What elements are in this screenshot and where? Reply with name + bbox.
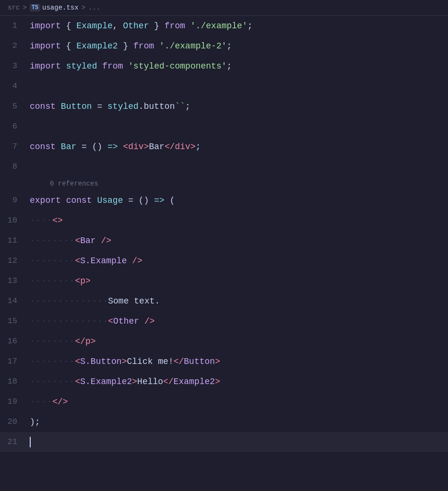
line-number: 7: [0, 137, 25, 157]
token: <: [75, 372, 80, 392]
indent-guide: ····: [52, 251, 75, 271]
line-number: 13: [0, 271, 25, 291]
token: <div>: [123, 137, 149, 157]
indent-guide: ····: [30, 311, 52, 331]
line-content: ········<S.Example2>Hello</Example2>: [25, 372, 448, 392]
token: }: [118, 36, 133, 56]
token: [154, 36, 159, 56]
code-line: 1import { Example, Other } from './examp…: [0, 16, 448, 36]
line-content: ········<Bar />: [25, 231, 448, 251]
token: >: [215, 351, 220, 372]
token: './example': [190, 16, 248, 36]
code-line: 9export const Usage = () => (: [0, 190, 448, 210]
token: </>: [52, 392, 68, 412]
line-number: 4: [0, 76, 25, 96]
token: >: [85, 271, 91, 291]
token: const: [30, 96, 56, 117]
token: Button: [61, 96, 92, 117]
token: }: [149, 16, 164, 36]
token: <: [75, 351, 80, 372]
indent-guide: ····: [30, 392, 52, 412]
token: Other: [113, 311, 139, 331]
indent-guide: ····: [52, 331, 75, 351]
line-number: 21: [0, 432, 25, 452]
line-content: const Button = styled.button``;: [25, 96, 448, 117]
line-number: 16: [0, 331, 25, 351]
token: ;: [227, 56, 232, 76]
token: </: [163, 372, 174, 392]
token: [56, 96, 61, 117]
breadcrumb-src: src: [8, 4, 20, 12]
token: [97, 56, 102, 76]
token: S.Example: [80, 251, 127, 271]
token: Click me!: [127, 351, 173, 372]
token: =: [92, 96, 107, 117]
line-content: [25, 157, 448, 177]
token: ;: [227, 36, 232, 56]
token: ;: [185, 96, 190, 117]
token: />: [127, 251, 142, 271]
line-content: [25, 76, 448, 96]
token: Bar: [149, 137, 164, 157]
line-number: 17: [0, 351, 25, 372]
token: export: [30, 190, 61, 210]
line-number: 3: [0, 56, 25, 76]
token: >: [132, 372, 137, 392]
token: Bar: [61, 137, 76, 157]
line-number: 12: [0, 251, 25, 271]
token: import: [30, 56, 61, 76]
line-content: export const Usage = () => (: [25, 190, 448, 210]
token: = (): [123, 190, 154, 210]
token: [118, 137, 123, 157]
token: './example-2': [159, 36, 226, 56]
indent-guide: ····: [52, 311, 75, 331]
line-number: 15: [0, 311, 25, 331]
text-cursor: [30, 437, 31, 447]
token: from: [102, 56, 123, 76]
breadcrumb-ellipsis: ...: [88, 4, 100, 12]
line-content: const Bar = () => <div>Bar</div>;: [25, 137, 448, 157]
indent-guide: ····: [30, 251, 52, 271]
token: [185, 16, 190, 36]
code-line: 12········<S.Example />: [0, 251, 448, 271]
line-content: ··············Some text.: [25, 291, 448, 311]
breadcrumb-ts-badge: TS: [30, 4, 40, 12]
token: [61, 190, 66, 210]
token: Example: [76, 16, 113, 36]
line-number: 1: [0, 16, 25, 36]
indent-extra: ··: [98, 291, 108, 311]
token: <: [75, 251, 80, 271]
token: 'styled-components': [128, 56, 226, 76]
token: ``: [175, 96, 185, 117]
token: Other: [123, 16, 149, 36]
breadcrumb-sep2: >: [82, 4, 85, 12]
token: Hello: [137, 372, 163, 392]
token: const: [66, 190, 92, 210]
indent-guide: ····: [30, 231, 52, 251]
token: Example2: [76, 36, 118, 56]
token: </: [174, 351, 184, 372]
editor: 1import { Example, Other } from './examp…: [0, 16, 448, 452]
indent-guide: ····: [30, 271, 52, 291]
code-line: 21: [0, 432, 448, 452]
token: S.Button: [80, 351, 121, 372]
token: =>: [107, 137, 118, 157]
token: />: [96, 231, 111, 251]
token: <: [75, 271, 80, 291]
line-content: ········<p>: [25, 271, 448, 291]
indent-guide: ····: [30, 291, 52, 311]
token: p: [80, 271, 85, 291]
code-line: 5const Button = styled.button``;: [0, 96, 448, 117]
token: from: [133, 36, 154, 56]
line-content: ········</p>: [25, 331, 448, 351]
token: import: [30, 36, 61, 56]
line-content: [25, 117, 448, 137]
line-content: ····</>: [25, 392, 448, 412]
token: .button: [139, 96, 175, 117]
code-line: 2import { Example2 } from './example-2';: [0, 36, 448, 56]
refs-hint: 0 references: [0, 177, 448, 190]
line-content: import { Example2 } from './example-2';: [25, 36, 448, 56]
line-number: 10: [0, 210, 25, 231]
token: (: [165, 190, 175, 210]
code-line: 17········<S.Button>Click me!</Button>: [0, 351, 448, 372]
